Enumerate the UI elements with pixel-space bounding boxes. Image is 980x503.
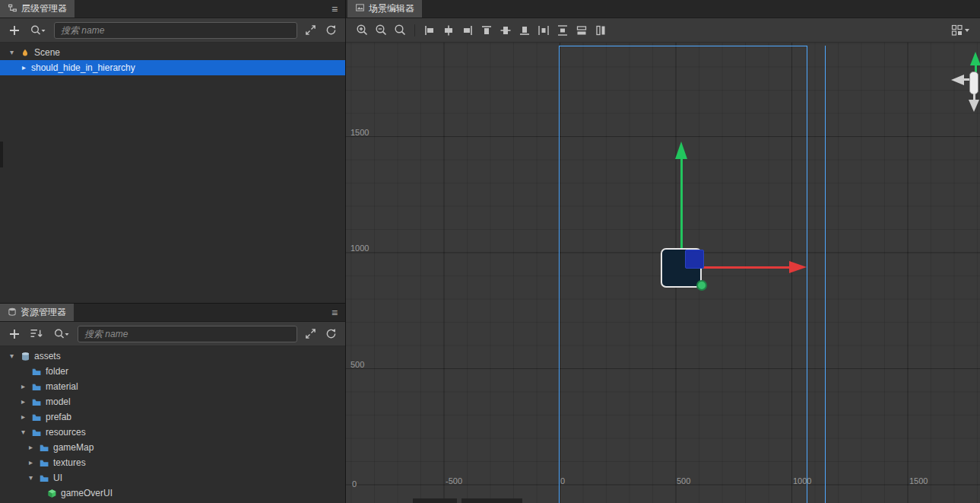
chevron-down-icon[interactable]: ▾ xyxy=(27,470,35,485)
toolbar-separator xyxy=(414,24,415,37)
tree-row-ui[interactable]: ▾ UI xyxy=(0,470,345,485)
chevron-right-icon[interactable]: ▸ xyxy=(19,379,27,394)
editor-window: 层级管理器 ≡ ▾ xyxy=(0,0,980,503)
assets-panel-menu-icon[interactable]: ≡ xyxy=(324,304,345,321)
align-right-icon[interactable] xyxy=(459,23,476,38)
expand-all-icon[interactable] xyxy=(303,326,318,342)
tree-row-should-hide[interactable]: ▸ should_hide_in_hierarchy xyxy=(0,60,345,75)
align-top-icon[interactable] xyxy=(478,23,495,38)
tree-row-scene[interactable]: ▾ Scene xyxy=(0,45,345,60)
folder-icon xyxy=(30,426,43,438)
folder-icon xyxy=(38,441,50,454)
hierarchy-tab-icon xyxy=(8,3,17,15)
align-v-center-icon[interactable] xyxy=(497,23,514,38)
folder-icon xyxy=(38,472,50,484)
expand-all-icon[interactable] xyxy=(303,23,318,38)
ruler-x-label: 0 xyxy=(352,479,357,489)
assets-tabbar: 资源管理器 ≡ xyxy=(0,304,345,322)
scene-tab-label: 场景编辑器 xyxy=(369,2,414,15)
tree-label: gameMap xyxy=(53,442,94,453)
chevron-down-icon[interactable]: ▾ xyxy=(8,349,16,364)
zoom-out-icon[interactable] xyxy=(373,23,389,38)
distribute-v-icon[interactable] xyxy=(554,23,571,38)
assets-search-input[interactable] xyxy=(78,326,297,342)
align-left-icon[interactable] xyxy=(421,23,438,38)
assets-toolbar xyxy=(0,322,345,346)
align-bottom-icon[interactable] xyxy=(516,23,533,38)
offscreen-gizmo-y-arrowhead[interactable] xyxy=(970,52,980,65)
gizmo-y-axis-arrowhead[interactable] xyxy=(675,142,687,159)
tree-label: folder xyxy=(46,366,68,377)
hierarchy-panel-menu-icon[interactable]: ≡ xyxy=(324,0,345,18)
scene-icon xyxy=(19,46,31,59)
tree-label: model xyxy=(46,396,71,407)
folder-icon xyxy=(30,396,43,408)
refresh-icon[interactable] xyxy=(323,23,338,38)
folder-icon xyxy=(30,365,43,377)
tab-assets[interactable]: 资源管理器 xyxy=(0,304,74,321)
tree-label: material xyxy=(46,381,78,392)
database-icon xyxy=(19,350,31,362)
tree-label: assets xyxy=(34,351,61,361)
tree-row-prefab[interactable]: ▸ prefab xyxy=(0,409,345,425)
distribute-h-icon[interactable] xyxy=(535,23,552,38)
scene-tab-icon xyxy=(355,3,365,14)
tree-label: resources xyxy=(46,427,86,438)
search-filter-icon[interactable] xyxy=(27,23,49,38)
tree-row-resources[interactable]: ▾ resources xyxy=(0,425,345,440)
tree-row-gameoverui[interactable]: gameOverUI xyxy=(0,485,345,501)
offscreen-gizmo-x-arrowhead[interactable] xyxy=(951,75,964,85)
grid-settings-icon[interactable] xyxy=(950,23,972,38)
tree-label: textures xyxy=(53,457,86,468)
chevron-right-icon[interactable]: ▸ xyxy=(19,394,27,409)
chevron-right-icon[interactable]: ▸ xyxy=(19,409,27,425)
hierarchy-toolbar xyxy=(0,18,345,43)
selected-node-child[interactable] xyxy=(685,250,704,269)
same-height-icon[interactable] xyxy=(592,23,609,38)
gizmo-x-axis-arrowhead[interactable] xyxy=(789,261,807,273)
assets-tab-icon xyxy=(8,307,17,319)
bottom-panel-tab-stub[interactable] xyxy=(461,498,522,503)
assets-panel: 资源管理器 ≡ xyxy=(0,303,345,503)
hierarchy-search-input[interactable] xyxy=(54,22,297,39)
tree-row-model[interactable]: ▸ model xyxy=(0,394,345,409)
chevron-down-icon[interactable]: ▾ xyxy=(19,425,27,440)
ruler-y-label: 1000 xyxy=(350,244,369,253)
zoom-reset-icon[interactable] xyxy=(392,23,408,38)
offscreen-gizmo-down-arrowhead[interactable] xyxy=(969,100,979,112)
chevron-right-icon[interactable]: ▸ xyxy=(27,440,35,455)
same-width-icon[interactable] xyxy=(573,23,590,38)
tree-label: UI xyxy=(53,473,62,483)
align-h-center-icon[interactable] xyxy=(440,23,457,38)
tree-row-material[interactable]: ▸ material xyxy=(0,379,345,394)
ruler-x-label: -500 xyxy=(446,476,462,485)
folder-icon xyxy=(30,411,43,423)
chevron-right-icon[interactable]: ▸ xyxy=(20,60,28,75)
tree-row-gamemap[interactable]: ▸ gameMap xyxy=(0,440,345,455)
hierarchy-tree: ▾ Scene ▸ should_hide_in_hierarchy xyxy=(0,43,345,303)
tree-label: prefab xyxy=(46,412,71,422)
tab-scene-editor[interactable]: 场景编辑器 xyxy=(347,0,422,18)
assets-tree: ▾ assets folder ▸ xyxy=(0,346,345,503)
collapsed-panel-handle[interactable] xyxy=(0,142,3,167)
zoom-in-icon[interactable] xyxy=(354,23,370,38)
sort-icon[interactable] xyxy=(27,326,46,342)
scene-editor-panel: 场景编辑器 xyxy=(346,0,980,503)
tree-row-assets[interactable]: ▾ assets xyxy=(0,349,345,364)
search-filter-icon[interactable] xyxy=(51,326,72,342)
chevron-down-icon[interactable]: ▾ xyxy=(8,45,16,60)
refresh-icon[interactable] xyxy=(323,326,338,342)
add-asset-button[interactable] xyxy=(7,326,22,342)
tree-row-folder[interactable]: folder xyxy=(0,364,345,379)
scene-viewport[interactable]: 1500 1000 500 0 -500 0 500 1000 1500 xyxy=(346,43,980,503)
hierarchy-tabbar: 层级管理器 ≡ xyxy=(0,0,345,18)
anchor-point-handle[interactable] xyxy=(696,280,707,291)
hierarchy-panel: 层级管理器 ≡ ▾ xyxy=(0,0,345,303)
assets-tab-label: 资源管理器 xyxy=(21,306,66,319)
add-node-button[interactable] xyxy=(7,23,22,38)
chevron-right-icon[interactable]: ▸ xyxy=(27,455,35,470)
tab-hierarchy[interactable]: 层级管理器 xyxy=(0,0,75,18)
bottom-panel-tab-stub[interactable] xyxy=(413,498,457,503)
tree-row-textures[interactable]: ▸ textures xyxy=(0,455,345,470)
offscreen-gizmo-bar[interactable] xyxy=(969,72,978,94)
